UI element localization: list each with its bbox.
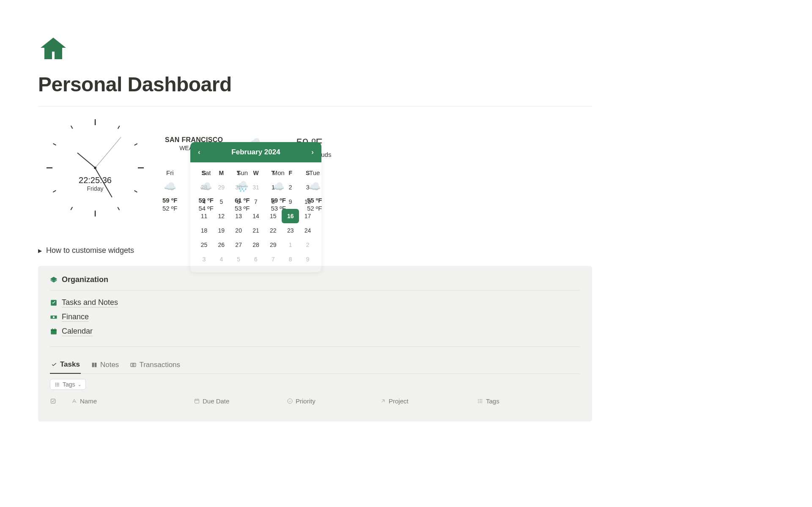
forecast-lo: 52 ºF bbox=[162, 205, 178, 212]
calendar-day-of-week: S bbox=[299, 166, 316, 180]
svg-point-13 bbox=[55, 386, 56, 386]
calendar-day[interactable]: 6 bbox=[230, 195, 247, 209]
svg-rect-6 bbox=[55, 329, 55, 330]
calendar-day[interactable]: 15 bbox=[264, 209, 282, 223]
calendar-day[interactable]: 8 bbox=[282, 252, 299, 266]
calendar-day[interactable]: 1 bbox=[282, 238, 299, 252]
house-icon bbox=[38, 34, 69, 64]
calendar-day[interactable]: 21 bbox=[247, 223, 265, 238]
clock-day: Friday bbox=[70, 185, 121, 192]
calendar-day[interactable]: 17 bbox=[299, 209, 316, 223]
calendar-day-of-week: M bbox=[213, 166, 230, 180]
organization-block: Organization Tasks and Notes Finance Cal… bbox=[38, 266, 592, 422]
calendar-day[interactable]: 7 bbox=[247, 195, 265, 209]
calendar-day[interactable]: 31 bbox=[247, 180, 265, 195]
money-icon bbox=[50, 313, 58, 321]
calendar-day[interactable]: 23 bbox=[282, 223, 299, 238]
calendar-day-of-week: T bbox=[264, 166, 282, 180]
check-icon bbox=[51, 361, 58, 368]
calendar-day[interactable]: 5 bbox=[230, 252, 247, 266]
calendar-day[interactable]: 13 bbox=[230, 209, 247, 223]
calendar-day[interactable]: 30 bbox=[230, 180, 247, 195]
calendar-day[interactable]: 27 bbox=[230, 238, 247, 252]
calendar-day[interactable]: 20 bbox=[230, 223, 247, 238]
calendar-day[interactable]: 28 bbox=[247, 238, 265, 252]
calendar-day[interactable]: 18 bbox=[195, 223, 213, 238]
svg-point-23 bbox=[478, 401, 479, 401]
column-name[interactable]: Name bbox=[80, 397, 97, 405]
calendar-day-of-week: F bbox=[282, 166, 299, 180]
calendar-day[interactable]: 2 bbox=[299, 238, 316, 252]
book-icon bbox=[91, 362, 98, 368]
divider bbox=[38, 106, 592, 107]
column-priority[interactable]: Priority bbox=[296, 397, 315, 405]
disclosure-triangle-icon: ▶ bbox=[38, 248, 42, 254]
calendar-day[interactable]: 6 bbox=[247, 252, 265, 266]
cloud-icon: ☁️ bbox=[164, 181, 176, 192]
calendar-day[interactable]: 22 bbox=[264, 223, 282, 238]
link-calendar[interactable]: Calendar bbox=[50, 324, 580, 339]
svg-point-11 bbox=[55, 384, 56, 384]
layers-icon bbox=[50, 276, 58, 284]
calendar-day[interactable]: 11 bbox=[195, 209, 213, 223]
forecast-day: Fri☁️59 ºF52 ºF bbox=[162, 169, 178, 212]
forecast-hi: 59 ºF bbox=[162, 197, 178, 204]
calendar-day[interactable]: 29 bbox=[213, 180, 230, 195]
check-square-icon bbox=[50, 299, 58, 307]
calendar-day-of-week: T bbox=[230, 166, 247, 180]
svg-rect-7 bbox=[131, 363, 136, 367]
calendar-month: February 2024 bbox=[231, 148, 280, 156]
calendar-day[interactable]: 25 bbox=[195, 238, 213, 252]
list-icon bbox=[55, 382, 60, 387]
calendar-day[interactable]: 12 bbox=[213, 209, 230, 223]
svg-point-9 bbox=[55, 383, 56, 383]
calendar-day[interactable]: 16 bbox=[282, 209, 299, 223]
calendar-day[interactable]: 19 bbox=[213, 223, 230, 238]
column-tags[interactable]: Tags bbox=[486, 397, 499, 405]
calendar-day[interactable]: 5 bbox=[213, 195, 230, 209]
link-tasks-and-notes[interactable]: Tasks and Notes bbox=[50, 296, 580, 310]
svg-point-8 bbox=[132, 364, 134, 366]
calendar-day[interactable]: 29 bbox=[264, 238, 282, 252]
tab-tasks[interactable]: Tasks bbox=[50, 357, 81, 374]
calendar-day[interactable]: 24 bbox=[299, 223, 316, 238]
tab-transactions[interactable]: Transactions bbox=[129, 357, 181, 373]
calendar-day[interactable]: 4 bbox=[213, 252, 230, 266]
calendar-day-of-week: W bbox=[247, 166, 265, 180]
checkbox-icon[interactable] bbox=[50, 398, 56, 404]
calendar-next-button[interactable]: › bbox=[310, 148, 315, 156]
calendar-day[interactable]: 1 bbox=[264, 180, 282, 195]
filter-chip-tags[interactable]: Tags ⌄ bbox=[50, 379, 86, 390]
column-due-date[interactable]: Due Date bbox=[203, 397, 229, 405]
organization-title: Organization bbox=[62, 275, 108, 284]
chevron-down-icon: ⌄ bbox=[78, 382, 81, 387]
calendar-day[interactable]: 8 bbox=[264, 195, 282, 209]
calendar-day[interactable]: 4 bbox=[195, 195, 213, 209]
calendar-icon bbox=[50, 328, 58, 335]
column-project[interactable]: Project bbox=[389, 397, 409, 405]
calendar-day[interactable]: 14 bbox=[247, 209, 265, 223]
calendar-day-of-week: S bbox=[195, 166, 213, 180]
calendar-small-icon bbox=[194, 398, 200, 404]
calendar-day[interactable]: 9 bbox=[282, 195, 299, 209]
calendar-day[interactable]: 26 bbox=[213, 238, 230, 252]
analog-clock: 22:25:36 Friday bbox=[47, 119, 144, 217]
calendar-day[interactable]: 9 bbox=[299, 252, 316, 266]
svg-point-21 bbox=[478, 399, 479, 400]
calendar-day[interactable]: 3 bbox=[299, 180, 316, 195]
page-title: Personal Dashboard bbox=[38, 73, 592, 96]
calendar-day[interactable]: 10 bbox=[299, 195, 316, 209]
calendar-day[interactable]: 7 bbox=[264, 252, 282, 266]
calendar-prev-button[interactable]: ‹ bbox=[197, 148, 201, 156]
text-icon bbox=[71, 398, 77, 404]
link-finance[interactable]: Finance bbox=[50, 310, 580, 324]
svg-rect-16 bbox=[195, 399, 199, 403]
arrow-up-right-icon bbox=[380, 398, 386, 404]
svg-point-25 bbox=[478, 403, 479, 403]
calendar-day[interactable]: 2 bbox=[282, 180, 299, 195]
forecast-day-name: Fri bbox=[162, 169, 178, 176]
calendar-day[interactable]: 28 bbox=[195, 180, 213, 195]
calendar-day[interactable]: 3 bbox=[195, 252, 213, 266]
svg-rect-5 bbox=[52, 329, 53, 330]
tab-notes[interactable]: Notes bbox=[90, 357, 120, 373]
